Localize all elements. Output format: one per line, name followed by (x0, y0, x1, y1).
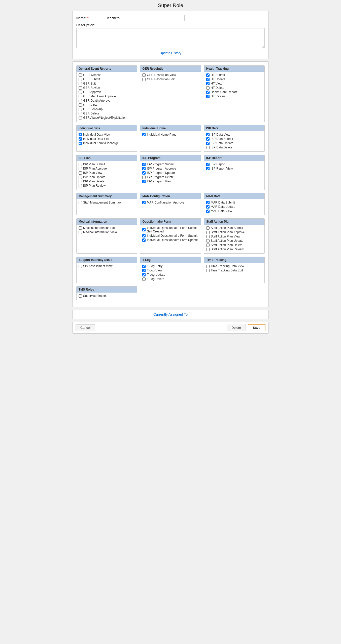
perm-checkbox[interactable] (142, 78, 146, 81)
perm-checkbox[interactable] (79, 231, 82, 234)
perm-checkbox[interactable] (79, 226, 82, 230)
name-input[interactable] (104, 15, 185, 21)
perm-item-label: Individual Admit/Discharge (83, 141, 119, 145)
perm-checkbox[interactable] (142, 265, 146, 268)
perm-checkbox[interactable] (142, 201, 146, 204)
perm-section-support-intensity-scale: Support Intensity ScaleSIS Assessment Vi… (76, 257, 137, 283)
perm-checkbox[interactable] (206, 82, 210, 85)
perm-section-header-isp-report: ISP Report (204, 155, 264, 161)
perm-checkbox[interactable] (142, 269, 146, 272)
perm-item: ISP Plan Review (79, 184, 135, 187)
bottom-bar: Cancel Delete Save (72, 322, 269, 334)
perm-checkbox[interactable] (206, 133, 210, 136)
perm-checkbox[interactable] (206, 244, 210, 247)
update-history-link[interactable]: Update History (76, 51, 265, 55)
perm-checkbox[interactable] (79, 78, 82, 81)
perm-item: T-Log View (142, 269, 198, 272)
perm-checkbox[interactable] (206, 91, 210, 94)
required-star: * (87, 16, 88, 20)
perm-checkbox[interactable] (206, 146, 210, 149)
perm-checkbox[interactable] (142, 167, 146, 170)
perm-checkbox[interactable] (79, 137, 82, 141)
perm-item: HT Submit (206, 73, 262, 77)
perm-item: SIS Assessment View (79, 264, 135, 268)
perm-checkbox[interactable] (79, 91, 82, 94)
perm-section-header-medical-information: Medical Information (77, 219, 137, 225)
perm-checkbox[interactable] (79, 265, 82, 268)
perm-checkbox[interactable] (206, 201, 210, 204)
perm-checkbox[interactable] (142, 234, 146, 237)
save-button[interactable]: Save (248, 324, 265, 331)
perm-checkbox[interactable] (79, 180, 82, 183)
perm-item-label: GER Delete (83, 112, 99, 115)
perm-checkbox[interactable] (142, 273, 146, 276)
perm-checkbox[interactable] (79, 116, 82, 119)
perm-checkbox[interactable] (206, 137, 210, 141)
perm-item: Time Tracking Data Edit (206, 269, 262, 272)
perm-checkbox[interactable] (79, 142, 82, 145)
perm-checkbox[interactable] (79, 163, 82, 166)
perm-checkbox[interactable] (206, 231, 210, 234)
perm-checkbox[interactable] (206, 235, 210, 238)
perm-item: GER View (79, 103, 135, 107)
perm-checkbox[interactable] (206, 269, 210, 272)
perm-checkbox[interactable] (206, 226, 210, 230)
perm-item: Medical Information Edit (79, 226, 135, 230)
perm-item-label: ISP Program Delete (147, 175, 174, 179)
perm-checkbox[interactable] (79, 133, 82, 136)
perm-checkbox[interactable] (142, 176, 146, 179)
perm-item-label: Medical Information Edit (83, 226, 116, 230)
perm-checkbox[interactable] (79, 171, 82, 175)
perm-checkbox[interactable] (206, 73, 210, 77)
perm-item: T-Log Entry (142, 264, 198, 268)
perm-checkbox[interactable] (79, 108, 82, 111)
perm-checkbox[interactable] (142, 277, 146, 281)
description-textarea[interactable] (76, 28, 265, 48)
perm-item-label: T-Log Update (147, 273, 165, 276)
perm-checkbox[interactable] (79, 82, 82, 85)
perm-checkbox[interactable] (206, 210, 210, 213)
currently-assigned-link[interactable]: Currently Assigned To (153, 312, 188, 316)
perm-item: ISP Program View (142, 180, 198, 183)
perm-section-body-support-intensity-scale: SIS Assessment View (77, 263, 137, 270)
perm-checkbox[interactable] (79, 95, 82, 98)
perm-item: Staff Management Summary (79, 201, 135, 204)
perm-checkbox[interactable] (79, 73, 82, 77)
perm-checkbox[interactable] (206, 205, 210, 209)
perm-item-label: HT Update (211, 77, 225, 81)
perm-checkbox[interactable] (79, 99, 82, 102)
perm-checkbox[interactable] (142, 133, 146, 136)
perm-checkbox[interactable] (79, 294, 82, 298)
perm-checkbox[interactable] (206, 163, 210, 166)
perm-item-label: GER Witness (83, 73, 101, 77)
perm-checkbox[interactable] (79, 112, 82, 115)
perm-checkbox[interactable] (206, 248, 210, 251)
perm-checkbox[interactable] (206, 86, 210, 90)
delete-button[interactable]: Delete (227, 324, 246, 331)
perm-checkbox[interactable] (142, 73, 146, 77)
perm-checkbox[interactable] (142, 238, 146, 242)
perm-checkbox[interactable] (206, 142, 210, 145)
perm-item-label: HT View (211, 82, 222, 85)
perm-item: GER Review (79, 86, 135, 90)
perm-checkbox[interactable] (79, 86, 82, 90)
perm-checkbox[interactable] (206, 167, 210, 170)
perm-checkbox[interactable] (142, 180, 146, 183)
perm-item-label: GER Followup (83, 107, 103, 111)
cancel-button[interactable]: Cancel (76, 324, 95, 331)
perm-item-label: ISP Plan Submit (83, 163, 105, 166)
perm-checkbox[interactable] (79, 184, 82, 187)
perm-checkbox[interactable] (79, 103, 82, 107)
perm-checkbox[interactable] (79, 176, 82, 179)
perm-checkbox[interactable] (206, 78, 210, 81)
perm-checkbox[interactable] (142, 163, 146, 166)
perm-checkbox[interactable] (206, 265, 210, 268)
perm-checkbox[interactable] (142, 228, 146, 231)
perm-checkbox[interactable] (206, 95, 210, 98)
perm-item: GER Delete (79, 112, 135, 115)
perm-checkbox[interactable] (79, 201, 82, 204)
perm-checkbox[interactable] (79, 167, 82, 170)
perm-checkbox[interactable] (206, 239, 210, 243)
perm-item-label: Individual Questionnaire Form Submit (147, 234, 197, 237)
perm-checkbox[interactable] (142, 171, 146, 175)
